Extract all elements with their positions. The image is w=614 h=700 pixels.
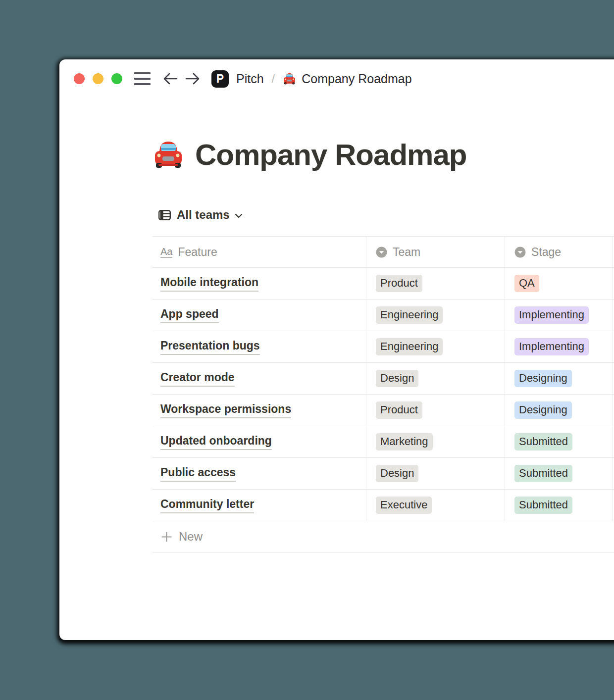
view-bar: All teams Properties xyxy=(158,205,614,225)
stage-tag: Implementing xyxy=(514,306,589,324)
page-icon-car-emoji[interactable] xyxy=(153,139,184,171)
feature-cell[interactable]: App speed xyxy=(153,300,366,331)
stage-cell[interactable]: Designing xyxy=(505,363,613,394)
feature-cell[interactable]: Community letter xyxy=(153,490,366,521)
stage-cell[interactable]: Designing xyxy=(505,395,613,426)
breadcrumb-app[interactable]: Pitch xyxy=(236,72,264,86)
app-window: P Pitch / Company Roadmap Company Roadma… xyxy=(59,59,614,640)
close-window-button[interactable] xyxy=(74,73,85,84)
roadmap-table: Aa Feature Team Stage Mobile integration… xyxy=(153,236,614,552)
column-header-label: Feature xyxy=(178,246,217,259)
breadcrumb-page[interactable]: Company Roadmap xyxy=(302,72,411,86)
feature-cell[interactable]: Workspace permissions xyxy=(153,395,366,426)
car-emoji-icon xyxy=(283,72,296,86)
stage-tag: Designing xyxy=(514,401,572,419)
pitch-logo[interactable]: P xyxy=(211,70,229,88)
zoom-window-button[interactable] xyxy=(111,73,122,84)
team-cell[interactable]: Design xyxy=(366,363,505,394)
team-tag: Marketing xyxy=(376,433,433,450)
team-cell[interactable]: Product xyxy=(366,395,505,426)
feature-title-link[interactable]: Updated onboarding xyxy=(160,434,272,450)
column-header-label: Team xyxy=(393,246,420,259)
team-tag: Executive xyxy=(376,497,432,514)
table-header-row: Aa Feature Team Stage xyxy=(153,236,614,268)
table-row: Workspace permissions Product Designing xyxy=(153,395,614,426)
stage-tag: Submitted xyxy=(514,433,572,450)
feature-title-link[interactable]: App speed xyxy=(160,307,219,323)
table-row: App speed Engineering Implementing xyxy=(153,300,614,331)
table-row: Presentation bugs Engineering Implementi… xyxy=(153,331,614,363)
stage-cell[interactable]: Submitted xyxy=(505,426,613,457)
table-row: Mobile integration Product QA xyxy=(153,268,614,300)
minimize-window-button[interactable] xyxy=(93,73,103,84)
team-cell[interactable]: Engineering xyxy=(366,300,505,331)
view-selector[interactable]: All teams xyxy=(177,208,230,222)
column-header-stage[interactable]: Stage xyxy=(505,237,613,267)
team-tag: Engineering xyxy=(376,306,443,324)
team-tag: Engineering xyxy=(376,338,443,355)
team-cell[interactable]: Product xyxy=(366,268,505,299)
feature-cell[interactable]: Creator mode xyxy=(153,363,366,394)
table-body: Mobile integration Product QA App speed … xyxy=(153,268,614,521)
team-cell[interactable]: Executive xyxy=(366,490,505,521)
chevron-down-icon[interactable] xyxy=(235,213,243,218)
stage-cell[interactable]: Implementing xyxy=(505,300,613,331)
window-titlebar: P Pitch / Company Roadmap xyxy=(74,72,412,85)
team-cell[interactable]: Design xyxy=(366,458,505,489)
stage-cell[interactable]: Submitted xyxy=(505,490,613,521)
breadcrumb-separator: / xyxy=(272,72,275,86)
stage-cell[interactable]: QA xyxy=(505,268,613,299)
forward-arrow-icon[interactable] xyxy=(185,71,201,86)
stage-tag: Submitted xyxy=(514,465,572,482)
table-row: Community letter Executive Submitted xyxy=(153,490,614,521)
team-cell[interactable]: Marketing xyxy=(366,426,505,457)
team-tag: Design xyxy=(376,465,418,482)
column-header-label: Stage xyxy=(531,246,561,259)
text-property-icon: Aa xyxy=(160,247,172,258)
plus-icon xyxy=(161,531,172,543)
stage-tag: Implementing xyxy=(514,338,589,355)
stage-cell[interactable]: Submitted xyxy=(505,458,613,489)
team-cell[interactable]: Engineering xyxy=(366,331,505,362)
table-view-icon xyxy=(158,208,171,222)
new-row-button[interactable]: New xyxy=(153,521,614,552)
table-row: Public access Design Submitted xyxy=(153,458,614,490)
feature-title-link[interactable]: Mobile integration xyxy=(160,276,258,292)
feature-title-link[interactable]: Public access xyxy=(160,466,236,482)
page-title: Company Roadmap xyxy=(195,138,466,172)
select-property-icon xyxy=(514,247,526,258)
feature-title-link[interactable]: Creator mode xyxy=(160,371,235,387)
page-header: Company Roadmap xyxy=(153,138,466,172)
feature-title-link[interactable]: Presentation bugs xyxy=(160,339,260,355)
stage-cell[interactable]: Implementing xyxy=(505,331,613,362)
table-row: Updated onboarding Marketing Submitted xyxy=(153,426,614,458)
team-tag: Product xyxy=(376,401,422,419)
feature-cell[interactable]: Updated onboarding xyxy=(153,426,366,457)
back-arrow-icon[interactable] xyxy=(162,71,178,86)
stage-tag: QA xyxy=(514,275,539,292)
feature-cell[interactable]: Presentation bugs xyxy=(153,331,366,362)
column-header-team[interactable]: Team xyxy=(366,237,505,267)
stage-tag: Designing xyxy=(514,370,572,387)
team-tag: Product xyxy=(376,275,422,292)
feature-cell[interactable]: Mobile integration xyxy=(153,268,366,299)
menu-icon[interactable] xyxy=(134,72,151,85)
new-row-label: New xyxy=(179,530,203,544)
feature-title-link[interactable]: Workspace permissions xyxy=(160,402,291,418)
stage-tag: Submitted xyxy=(514,497,572,514)
feature-cell[interactable]: Public access xyxy=(153,458,366,489)
feature-title-link[interactable]: Community letter xyxy=(160,498,254,513)
team-tag: Design xyxy=(376,370,418,387)
column-header-feature[interactable]: Aa Feature xyxy=(153,237,366,267)
table-row: Creator mode Design Designing xyxy=(153,363,614,395)
select-property-icon xyxy=(376,247,387,258)
